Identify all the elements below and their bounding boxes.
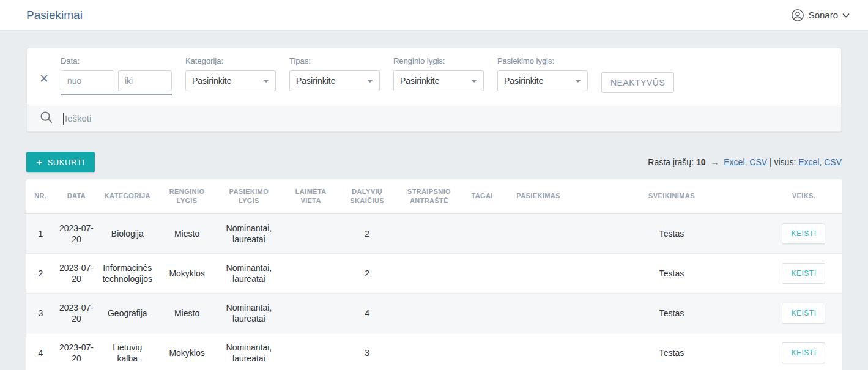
cell-tagai — [465, 253, 499, 293]
table-row: 4 2023-07-20 Lietuvių kalba Mokyklos Nom… — [26, 333, 842, 370]
cell-data: 2023-07-20 — [55, 253, 98, 293]
cell-kategorija: Informacinės technologijos — [98, 253, 157, 293]
user-name: Sonaro — [809, 10, 838, 20]
edit-button[interactable]: KEISTI — [782, 303, 825, 324]
results-summary: Rasta įrašų: 10 → Excel, CSV | visus: Ex… — [648, 157, 842, 167]
date-filter-group: Data: — [61, 56, 172, 95]
achievement-level-select-value: Pasirinkite — [504, 76, 544, 86]
plus-icon: + — [36, 157, 43, 168]
achievements-table-card: NR. DATA KATEGORIJA RENGINIO LYGIS PASIE… — [26, 179, 842, 370]
clear-filters-icon[interactable]: ✕ — [39, 73, 49, 84]
cell-tagai — [465, 293, 499, 333]
search-icon — [39, 110, 63, 127]
chevron-down-icon — [842, 13, 850, 18]
col-header-sveikinimas: SVEIKINIMAS — [577, 179, 766, 213]
cell-kategorija: Lietuvių kalba — [98, 333, 157, 370]
cell-nr: 1 — [26, 213, 55, 253]
date-from-input[interactable] — [61, 70, 114, 91]
category-select-value: Pasirinkite — [192, 76, 232, 86]
topbar: Pasiekimai Sonaro — [0, 0, 868, 31]
separator: , — [819, 157, 822, 167]
cell-tagai — [465, 213, 499, 253]
table-row: 2 2023-07-20 Informacinės technologijos … — [26, 253, 842, 293]
edit-button[interactable]: KEISTI — [782, 263, 825, 284]
cell-sveikinimas: Testas — [577, 333, 766, 370]
results-count: 10 — [696, 157, 706, 167]
col-header-pasiekimo-lygis: PASIEKIMO LYGIS — [217, 179, 281, 213]
cell-dalyviu-skaicius: 4 — [341, 293, 393, 333]
achievement-level-filter-label: Pasiekimo lygis: — [497, 56, 588, 65]
export-all-label: | visus: — [770, 157, 796, 167]
cell-dalyviu-skaicius: 3 — [341, 333, 393, 370]
col-header-tagai: TAGAI — [465, 179, 499, 213]
caret-down-icon — [575, 80, 581, 83]
page-title: Pasiekimai — [26, 9, 83, 22]
cell-pasiekimas — [499, 333, 577, 370]
event-level-filter-label: Renginio lygis: — [393, 56, 484, 65]
search-bar — [27, 105, 841, 131]
cell-laimeta-vieta — [281, 293, 341, 333]
cell-sveikinimas: Testas — [577, 253, 766, 293]
cell-kategorija: Geografija — [98, 293, 157, 333]
caret-down-icon — [471, 80, 477, 83]
col-header-nr: NR. — [26, 179, 55, 213]
event-level-select[interactable]: Pasirinkite — [393, 70, 484, 91]
create-button-label: SUKURTI — [48, 158, 85, 167]
col-header-kategorija: KATEGORIJA — [98, 179, 157, 213]
filter-card: ✕ Data: Kategorija: Pasirinkite Tipas: — [26, 48, 842, 132]
cell-tagai — [465, 333, 499, 370]
cell-straipsnio-antraste — [393, 293, 465, 333]
cell-sveikinimas: Testas — [577, 213, 766, 253]
inactive-filter-button[interactable]: NEAKTYVŪS — [601, 72, 674, 93]
achievements-table: NR. DATA KATEGORIJA RENGINIO LYGIS PASIE… — [26, 179, 842, 370]
type-select-value: Pasirinkite — [296, 76, 336, 86]
user-avatar-icon — [791, 9, 804, 22]
arrow-right-icon: → — [708, 157, 721, 167]
caret-down-icon — [263, 80, 269, 83]
cell-dalyviu-skaicius: 2 — [341, 253, 393, 293]
achievement-level-select[interactable]: Pasirinkite — [497, 70, 588, 91]
date-to-input[interactable] — [118, 70, 172, 91]
cell-pasiekimo-lygis: Nominantai, laureatai — [217, 293, 281, 333]
table-row: 3 2023-07-20 Geografija Miesto Nominanta… — [26, 293, 842, 333]
export-all-csv-link[interactable]: CSV — [824, 157, 842, 167]
category-select[interactable]: Pasirinkite — [185, 70, 276, 91]
event-level-filter-group: Renginio lygis: Pasirinkite — [393, 56, 484, 91]
col-header-data: DATA — [55, 179, 98, 213]
col-header-straipsnio-antraste: STRAIPSNIO ANTRAŠTĖ — [393, 179, 465, 213]
cell-sveikinimas: Testas — [577, 293, 766, 333]
cell-pasiekimo-lygis: Nominantai, laureatai — [217, 213, 281, 253]
type-select[interactable]: Pasirinkite — [289, 70, 380, 91]
cell-dalyviu-skaicius: 2 — [341, 213, 393, 253]
category-filter-label: Kategorija: — [185, 56, 276, 65]
search-input[interactable] — [65, 113, 829, 124]
cell-straipsnio-antraste — [393, 333, 465, 370]
filter-row: ✕ Data: Kategorija: Pasirinkite Tipas: — [27, 48, 841, 105]
main-content: ✕ Data: Kategorija: Pasirinkite Tipas: — [0, 48, 868, 370]
user-menu[interactable]: Sonaro — [791, 9, 850, 22]
toolbar: + SUKURTI Rasta įrašų: 10 → Excel, CSV |… — [26, 152, 842, 172]
cell-data: 2023-07-20 — [55, 333, 98, 370]
edit-button[interactable]: KEISTI — [782, 223, 825, 244]
text-cursor — [63, 113, 64, 125]
cell-straipsnio-antraste — [393, 253, 465, 293]
date-range-underline — [61, 94, 172, 95]
cell-laimeta-vieta — [281, 333, 341, 370]
export-all-excel-link[interactable]: Excel — [798, 157, 819, 167]
cell-pasiekimas — [499, 293, 577, 333]
caret-down-icon — [367, 80, 373, 83]
cell-veiks: KEISTI — [766, 253, 842, 293]
edit-button[interactable]: KEISTI — [782, 342, 825, 363]
date-filter-label: Data: — [61, 56, 172, 65]
export-csv-link[interactable]: CSV — [749, 157, 767, 167]
cell-nr: 4 — [26, 333, 55, 370]
create-button[interactable]: + SUKURTI — [26, 152, 95, 172]
col-header-veiks: VEIKS. — [766, 179, 842, 213]
export-excel-link[interactable]: Excel — [724, 157, 744, 167]
cell-pasiekimas — [499, 213, 577, 253]
cell-laimeta-vieta — [281, 253, 341, 293]
cell-veiks: KEISTI — [766, 333, 842, 370]
cell-straipsnio-antraste — [393, 213, 465, 253]
cell-pasiekimas — [499, 253, 577, 293]
cell-data: 2023-07-20 — [55, 293, 98, 333]
